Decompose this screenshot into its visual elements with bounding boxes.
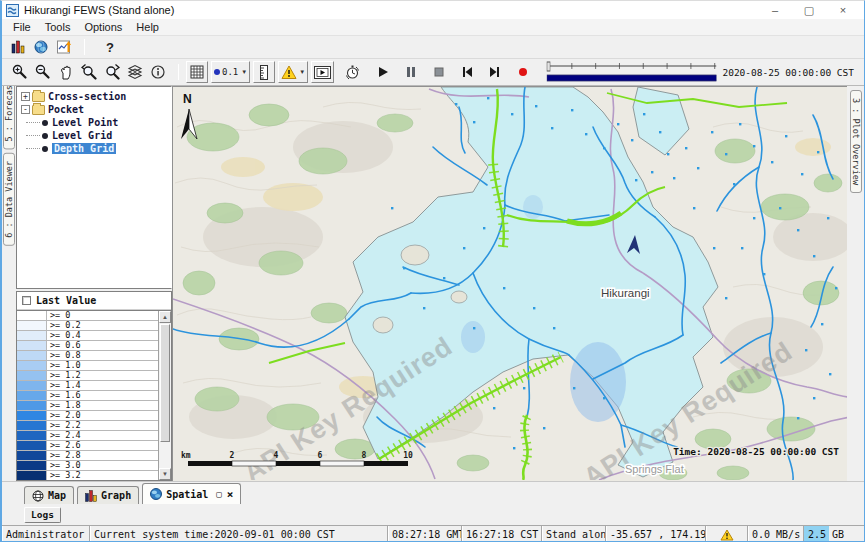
left-panel: +Cross-section-PocketLevel PointLevel Gr… — [16, 86, 172, 481]
tab-map[interactable]: Map — [24, 486, 74, 504]
folder-icon — [32, 105, 45, 115]
tab-plot-overview[interactable]: 3 : Plot Overview — [850, 90, 862, 193]
grid-threshold-dropdown[interactable]: 0.1 ▼ — [211, 61, 250, 83]
play-button[interactable] — [373, 63, 393, 81]
legend-swatch — [17, 361, 47, 370]
tab-restore-icon[interactable]: ▢ — [216, 489, 221, 499]
stop-button[interactable] — [429, 63, 449, 81]
scrollbar-thumb[interactable] — [160, 324, 170, 442]
expand-icon[interactable]: + — [21, 92, 30, 101]
legend-label: >= 2.6 — [47, 441, 158, 450]
zoom-in-icon[interactable] — [10, 63, 30, 81]
legend-swatch — [17, 371, 47, 380]
tab-spatial[interactable]: Spatial ▢ × — [142, 483, 241, 504]
legend-label: >= 0.4 — [47, 331, 158, 340]
legend-row[interactable]: >= 3.2 — [17, 471, 158, 480]
legend-row[interactable]: >= 2.2 — [17, 421, 158, 431]
timer-settings-icon[interactable] — [342, 63, 362, 81]
tree-item-cross-section[interactable]: +Cross-section — [17, 90, 171, 103]
legend-row[interactable]: >= 3.0 — [17, 461, 158, 471]
tree-item-label: Cross-section — [48, 91, 126, 102]
animation-panel-button[interactable] — [311, 61, 334, 83]
bottom-tab-bar: Map Graph Spatial ▢ × — [2, 481, 864, 504]
globe-icon[interactable] — [31, 38, 51, 56]
zoom-previous-icon[interactable] — [79, 63, 99, 81]
time-slider[interactable] — [546, 60, 718, 84]
minimize-button[interactable]: – — [758, 2, 792, 18]
svg-text:10: 10 — [403, 451, 413, 460]
tree-item-pocket[interactable]: -Pocket — [17, 103, 171, 116]
app-icon — [6, 4, 19, 17]
status-network-speed: 0.0 MB/s — [748, 526, 804, 542]
legend-swatch — [17, 461, 47, 470]
time-slider-handle[interactable] — [547, 62, 550, 71]
legend-swatch — [17, 431, 47, 440]
legend-label: >= 1.2 — [47, 371, 158, 380]
legend-row[interactable]: >= 1.2 — [17, 371, 158, 381]
tab-data-viewer[interactable]: 6 : Data Viewer — [3, 153, 15, 246]
help-icon[interactable]: ? — [106, 40, 114, 55]
title-bar: Hikurangi FEWS (Stand alone) – ▢ × — [2, 1, 864, 19]
map-canvas[interactable]: API Key Required API Key Required N Hiku… — [172, 86, 847, 481]
menu-file[interactable]: File — [6, 20, 38, 34]
timeline-progress-bar[interactable] — [547, 75, 716, 81]
tree-branch — [26, 135, 40, 136]
menu-help[interactable]: Help — [129, 20, 166, 34]
legend-label: >= 3.2 — [47, 471, 158, 480]
legend-scrollbar[interactable]: ▲ ▼ — [158, 311, 171, 480]
last-value-checkbox[interactable] — [22, 296, 31, 305]
skip-to-end-button[interactable] — [484, 63, 504, 81]
legend-row[interactable]: >= 2.6 — [17, 441, 158, 451]
legend-row[interactable]: >= 0.2 — [17, 321, 158, 331]
tree-item-depth-grid[interactable]: Depth Grid — [17, 142, 171, 155]
menu-tools[interactable]: Tools — [38, 20, 78, 34]
record-button[interactable] — [513, 63, 533, 81]
legend-row[interactable]: >= 2.8 — [17, 451, 158, 461]
pause-button[interactable] — [401, 63, 421, 81]
legend-row[interactable]: >= 2.0 — [17, 411, 158, 421]
last-value-label: Last Value — [36, 295, 96, 306]
legend-row[interactable]: >= 0.8 — [17, 351, 158, 361]
tree-item-level-grid[interactable]: Level Grid — [17, 129, 171, 142]
legend-row[interactable]: >= 1.8 — [17, 401, 158, 411]
legend-row[interactable]: >= 2.4 — [17, 431, 158, 441]
scrollbar-track[interactable] — [159, 443, 171, 468]
legend-row[interactable]: >= 1.6 — [17, 391, 158, 401]
tab-close-icon[interactable]: × — [227, 488, 234, 501]
legend-swatch — [17, 471, 47, 480]
legend-row[interactable]: >= 1.0 — [17, 361, 158, 371]
tab-graph[interactable]: Graph — [77, 486, 139, 504]
legend-row[interactable]: >= 1.4 — [17, 381, 158, 391]
tree-branch — [26, 148, 40, 149]
pan-hand-icon[interactable] — [56, 63, 76, 81]
close-button[interactable]: × — [826, 2, 860, 18]
logs-button[interactable]: Logs — [24, 507, 61, 523]
svg-text:8: 8 — [362, 451, 367, 460]
status-system-time: Current system time:2020-09-01 00:00 CST — [90, 526, 388, 542]
scroll-up-icon[interactable]: ▲ — [159, 311, 171, 323]
tree-item-level-point[interactable]: Level Point — [17, 116, 171, 129]
scale-ruler-button[interactable] — [253, 61, 275, 83]
menu-options[interactable]: Options — [77, 20, 129, 34]
timeseries-display-icon[interactable] — [54, 38, 74, 56]
info-icon[interactable] — [148, 63, 168, 81]
zoom-next-icon[interactable] — [102, 63, 122, 81]
warning-threshold-dropdown[interactable]: ▼ — [278, 61, 308, 83]
legend-label: >= 2.8 — [47, 451, 158, 460]
collapse-icon[interactable]: - — [21, 105, 30, 114]
database-chart-icon[interactable] — [8, 38, 28, 56]
scroll-down-icon[interactable]: ▼ — [159, 468, 171, 480]
legend-row[interactable]: >= 0 — [17, 311, 158, 321]
folder-icon — [32, 92, 45, 102]
legend-row[interactable]: >= 0.4 — [17, 331, 158, 341]
tab-forecast[interactable]: 5 : Forecast — [3, 86, 15, 149]
grid-display-button[interactable] — [186, 61, 208, 83]
skip-to-start-button[interactable] — [457, 63, 477, 81]
zoom-out-icon[interactable] — [33, 63, 53, 81]
layers-icon[interactable] — [125, 63, 145, 81]
tab-graph-label: Graph — [101, 490, 131, 501]
maximize-button[interactable]: ▢ — [792, 2, 826, 18]
legend-row[interactable]: >= 0.6 — [17, 341, 158, 351]
legend-swatch — [17, 311, 47, 320]
toolbar-separator — [178, 64, 179, 80]
